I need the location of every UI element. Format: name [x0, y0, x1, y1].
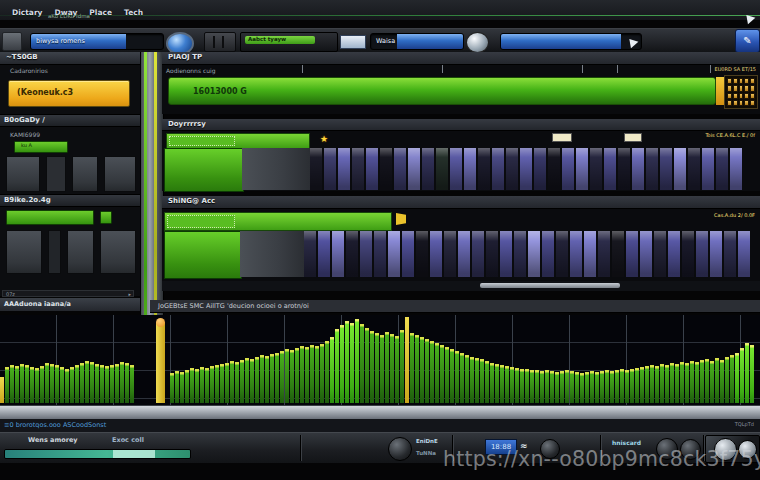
track3-level-block [164, 231, 242, 279]
track1-body: Aodienonns cuig EU0RD SA ET/15 16013000 … [162, 65, 760, 114]
spectrum-bar [660, 364, 664, 403]
watermark: https://xn--o80bp9mc8ck3f75y.net [443, 447, 760, 471]
pad-cell[interactable] [750, 100, 755, 106]
spectrum-bar [600, 371, 604, 403]
pad-cell[interactable] [739, 85, 744, 91]
spectrum-bar [105, 366, 109, 403]
toolbar-square-button[interactable] [2, 32, 22, 51]
spectrum-bar [175, 371, 179, 403]
clip-block[interactable] [6, 156, 40, 192]
clip-block[interactable] [46, 156, 67, 192]
meter-segment [318, 231, 330, 277]
value-field[interactable] [340, 35, 366, 49]
meter-segment [492, 148, 504, 190]
meter-segment [618, 148, 630, 190]
spectrum-bar [130, 365, 134, 403]
pad-cell[interactable] [727, 100, 732, 106]
selected-item-field[interactable]: (Keoneuk.c3 [8, 80, 130, 107]
spectrum-bar [505, 366, 509, 403]
spectrum-bar [435, 343, 439, 403]
meter-segment [514, 231, 526, 277]
spectrum-bar [305, 347, 309, 403]
spectrum-bar [520, 369, 524, 403]
render-progress-fill [5, 450, 190, 458]
mini-scrollbar[interactable] [480, 283, 620, 288]
spectrum-bar [710, 361, 714, 403]
pad-cell[interactable] [739, 78, 744, 84]
cursor-icon [626, 36, 639, 49]
pad-cell[interactable] [727, 93, 732, 99]
device-panel[interactable]: Aabct tyayw [240, 32, 338, 52]
meter-segment [612, 231, 624, 277]
horizontal-scrollbar[interactable] [0, 405, 760, 420]
transport-display[interactable]: biwysa romens [30, 33, 164, 50]
spectrum-bar [470, 357, 474, 403]
knob-volume[interactable] [388, 437, 412, 461]
meter-segment [520, 148, 532, 190]
pad-cell[interactable] [750, 85, 755, 91]
spectrum-bar [720, 360, 724, 403]
spectrum-bar [5, 367, 9, 403]
spectrum-bar [460, 353, 464, 403]
pad-cell[interactable] [744, 85, 749, 91]
spectrum-bar [695, 362, 699, 403]
spectrum-bar [190, 368, 194, 403]
pad-cell[interactable] [739, 100, 744, 106]
spectrum-bar [730, 355, 734, 403]
pad-cell[interactable] [744, 93, 749, 99]
spectrum-bar [490, 363, 494, 403]
sphere-button[interactable] [466, 32, 489, 53]
spectrum-bar [350, 323, 354, 403]
spectrum-bar [445, 347, 449, 403]
clip-block[interactable] [100, 230, 136, 274]
pad-cell[interactable] [750, 78, 755, 84]
meter-segment [402, 231, 414, 277]
spectrum-bar [345, 321, 349, 403]
scroll-label: 07z [6, 291, 15, 297]
meter-segment [534, 148, 546, 190]
spectrum-bar [495, 364, 499, 403]
meter-segment [352, 148, 364, 190]
track2-body: ★ Tois CE.A.6L.C E./ 0f [162, 131, 760, 191]
clip-block[interactable] [67, 230, 94, 274]
bottom-label-1: Wens amorey [28, 436, 78, 444]
seek-bar[interactable] [500, 33, 642, 50]
tool-button[interactable]: ✎ [735, 29, 760, 53]
clip-block[interactable] [104, 156, 136, 192]
spectrum-bar [95, 364, 99, 403]
pad-cell[interactable] [744, 78, 749, 84]
pad-cell[interactable] [727, 85, 732, 91]
marker-chip [552, 133, 572, 142]
menubar: DictaryDwayPlaceTech aKo EDKu Idma [0, 0, 760, 20]
pad-cell[interactable] [744, 100, 749, 106]
pad-cell[interactable] [750, 93, 755, 99]
mini-slider-widget[interactable] [204, 32, 236, 52]
meter-segment [394, 148, 406, 190]
level-field[interactable]: Waisa [370, 33, 464, 50]
app-window: DictaryDwayPlaceTech aKo EDKu Idma biwys… [0, 0, 760, 480]
clip-block[interactable] [48, 230, 61, 274]
spectrum-bar [570, 371, 574, 403]
spectrum-bar [455, 351, 459, 403]
pad-cell[interactable] [727, 78, 732, 84]
track2-right-label: Tois CE.A.6L.C E./ 0f [705, 132, 755, 138]
spectrum-bar [605, 370, 609, 403]
playhead[interactable] [156, 322, 165, 403]
spectrum-bar [355, 319, 359, 403]
spectrum-bar [10, 365, 14, 403]
left-scrollbar[interactable]: 07z▸ [2, 290, 134, 297]
spectrum-bar [320, 344, 324, 403]
flag-icon [396, 213, 406, 225]
spectrum-bar [25, 365, 29, 403]
pad-cell[interactable] [733, 85, 738, 91]
track3-fade [240, 231, 304, 277]
spectrum-bar [725, 357, 729, 403]
clip-block[interactable] [72, 156, 98, 192]
pad-cell[interactable] [733, 78, 738, 84]
spectrum-bar [625, 370, 629, 403]
meter-segment [702, 148, 714, 190]
clip-block[interactable] [6, 230, 42, 274]
pad-cell[interactable] [739, 93, 744, 99]
pad-cell[interactable] [733, 93, 738, 99]
pad-cell[interactable] [733, 100, 738, 106]
